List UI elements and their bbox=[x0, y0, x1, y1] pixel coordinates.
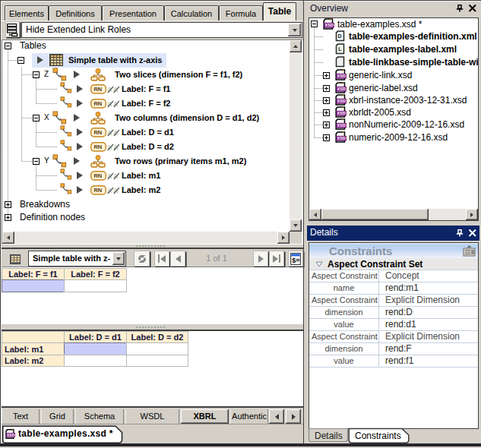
svg-text:$=: $= bbox=[292, 257, 299, 264]
